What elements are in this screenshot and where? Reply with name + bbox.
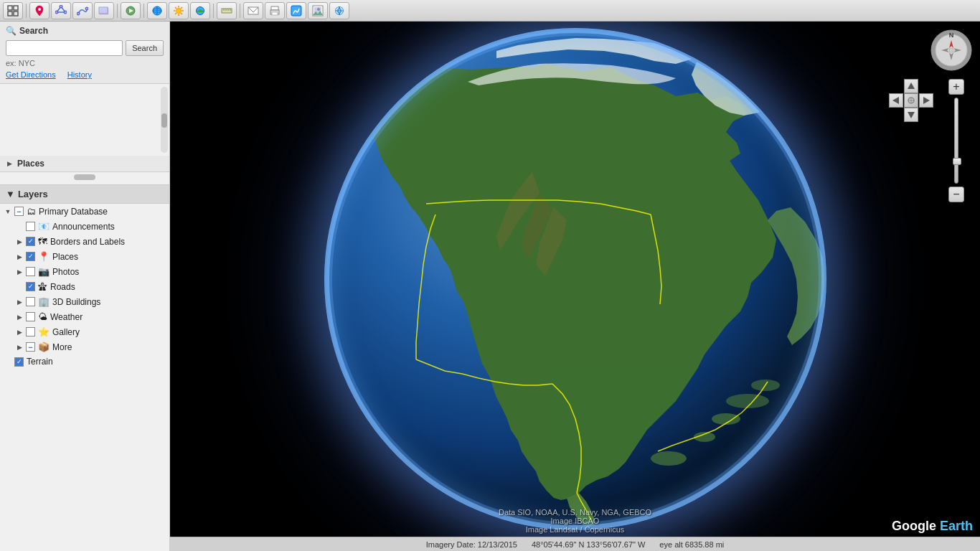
borders-expand-arrow[interactable]: ▶ — [16, 238, 23, 245]
svg-line-26 — [175, 13, 176, 14]
imagery-date: Imagery Date: 12/13/2015 — [426, 540, 517, 549]
zoom-slider-thumb[interactable] — [953, 158, 961, 165]
svg-rect-3 — [14, 11, 18, 16]
toolbar — [0, 0, 980, 22]
gallery-expand[interactable]: ▶ — [16, 329, 23, 336]
layer-item-photos[interactable]: ▶ 📷 Photos — [0, 264, 169, 279]
svg-point-6 — [64, 11, 67, 14]
svg-marker-68 — [908, 112, 915, 118]
terrain-checkbox[interactable] — [14, 357, 24, 367]
primary-db-checkbox[interactable] — [14, 207, 24, 216]
pan-left-button[interactable] — [889, 93, 903, 108]
photos-expand[interactable]: ▶ — [16, 268, 23, 276]
zoom-in-button[interactable]: + — [948, 79, 964, 95]
more-expand[interactable]: ▶ — [16, 344, 23, 351]
pan-center[interactable] — [904, 93, 918, 108]
3d-label: 3D Buildings — [52, 297, 100, 307]
layer-item-announcements[interactable]: ▶ 📧 Announcements — [0, 219, 169, 234]
toolbar-maps-btn[interactable] — [286, 2, 306, 19]
announcements-checkbox[interactable] — [26, 222, 35, 231]
svg-text:N: N — [949, 32, 954, 39]
layer-item-more[interactable]: ▶ 📦 More — [0, 339, 169, 354]
compass: N — [930, 29, 973, 72]
gallery-checkbox[interactable] — [26, 327, 35, 336]
places-layer-checkbox[interactable] — [26, 252, 35, 261]
svg-point-8 — [77, 12, 80, 15]
layer-item-borders[interactable]: ▶ 🗺 Borders and Labels — [0, 234, 169, 249]
pan-down-button[interactable] — [904, 108, 918, 122]
svg-marker-63 — [892, 97, 899, 104]
history-link[interactable]: History — [67, 70, 92, 79]
toolbar-email-btn[interactable] — [243, 2, 263, 19]
pan-up-button[interactable] — [904, 79, 918, 93]
primary-db-expand-arrow[interactable]: ▼ — [4, 208, 11, 215]
search-button[interactable]: Search — [126, 40, 164, 56]
layers-header[interactable]: ▼ Layers — [0, 185, 169, 204]
pan-right-button[interactable] — [919, 93, 933, 108]
zoom-slider-track[interactable] — [954, 98, 958, 184]
pan-control — [889, 79, 933, 122]
left-panel: 🔍 Search Search ex: NYC Get Directions H… — [0, 22, 170, 551]
roads-checkbox[interactable] — [26, 282, 35, 291]
svg-point-5 — [60, 5, 62, 8]
layer-item-weather[interactable]: ▶ 🌤 Weather — [0, 309, 169, 324]
places-layer-expand[interactable]: ▶ — [16, 253, 23, 260]
toolbar-ruler-btn[interactable] — [217, 2, 237, 19]
layers-title-text: Layers — [18, 189, 48, 199]
toolbar-print-btn[interactable] — [265, 2, 285, 19]
toolbar-sky-btn[interactable] — [190, 2, 210, 19]
get-directions-link[interactable]: Get Directions — [6, 70, 56, 79]
toolbar-earth-btn[interactable] — [147, 2, 167, 19]
toolbar-placemark-btn[interactable] — [29, 2, 50, 19]
toolbar-grid-btn[interactable] — [3, 2, 23, 19]
3d-checkbox[interactable] — [26, 297, 35, 306]
svg-point-40 — [317, 8, 320, 11]
svg-point-4 — [38, 8, 41, 11]
photos-label: Photos — [52, 267, 79, 277]
borders-checkbox[interactable] — [26, 237, 35, 246]
layer-item-terrain[interactable]: ▶ Terrain — [0, 354, 169, 369]
toolbar-network-btn[interactable] — [329, 2, 349, 19]
layer-item-3d-buildings[interactable]: ▶ 🏢 3D Buildings — [0, 294, 169, 309]
toolbar-tour-btn[interactable] — [121, 2, 141, 19]
borders-label: Borders and Labels — [50, 237, 125, 247]
places-title-text: Places — [17, 159, 44, 169]
svg-point-61 — [949, 48, 953, 52]
3d-expand[interactable]: ▶ — [16, 298, 23, 306]
places-expand-arrow[interactable]: ▶ — [6, 160, 13, 167]
places-scroll-area — [0, 172, 169, 185]
toolbar-sep-5 — [240, 4, 240, 18]
search-links: Get Directions History — [6, 70, 164, 79]
svg-point-7 — [55, 11, 58, 14]
more-label: More — [52, 342, 72, 352]
svg-rect-36 — [272, 12, 278, 15]
svg-rect-0 — [8, 6, 12, 10]
places-scrollbar-thumb[interactable] — [74, 174, 95, 180]
toolbar-add-path-btn[interactable] — [72, 2, 93, 19]
svg-rect-1 — [14, 6, 18, 10]
weather-expand[interactable]: ▶ — [16, 314, 23, 321]
toolbar-sun-btn[interactable] — [169, 2, 189, 19]
svg-rect-11 — [99, 7, 108, 14]
more-checkbox[interactable] — [26, 342, 35, 352]
layer-item-roads[interactable]: ▶ 🛣 Roads — [0, 279, 169, 294]
layer-item-gallery[interactable]: ▶ ⭐ Gallery — [0, 324, 169, 339]
toolbar-save-image-btn[interactable] — [308, 2, 328, 19]
toolbar-overlay-btn[interactable] — [94, 2, 114, 19]
map-area[interactable]: Data SIO, NOAA, U.S. Navy, NGA, GEBCO Im… — [170, 22, 980, 551]
photos-checkbox[interactable] — [26, 267, 35, 276]
globe-container — [170, 22, 980, 537]
zoom-out-button[interactable]: − — [948, 187, 964, 202]
search-title: 🔍 Search — [6, 26, 164, 36]
globe[interactable] — [324, 28, 826, 530]
search-scrollbar-thumb[interactable] — [161, 113, 167, 128]
toolbar-add-polygon-btn[interactable] — [51, 2, 71, 19]
search-input[interactable] — [6, 40, 123, 56]
layer-item-places[interactable]: ▶ 📍 Places — [0, 249, 169, 264]
weather-checkbox[interactable] — [26, 312, 35, 321]
places-section[interactable]: ▶ Places — [0, 156, 169, 172]
weather-label: Weather — [50, 312, 83, 322]
terrain-label: Terrain — [27, 357, 53, 367]
layer-item-primary-database[interactable]: ▼ 🗂 Primary Database — [0, 204, 169, 219]
search-hint: ex: NYC — [6, 59, 164, 67]
